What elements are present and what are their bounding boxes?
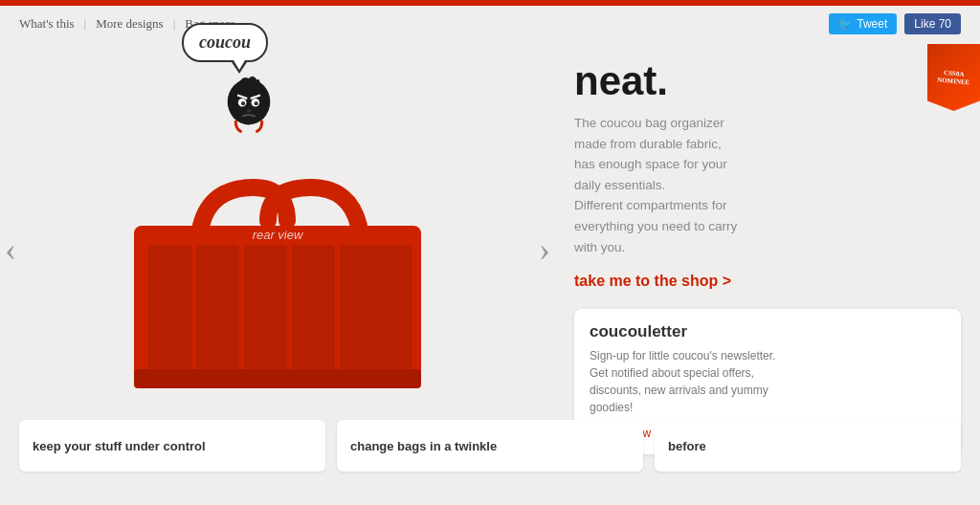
feature-card-1-text: keep your stuff under control [33, 439, 206, 453]
svg-point-7 [246, 109, 251, 112]
carousel-next-arrow[interactable]: › [539, 229, 550, 269]
feature-card-3-text: before [668, 439, 706, 453]
svg-rect-14 [191, 245, 196, 379]
like-button[interactable]: Like 70 [904, 13, 961, 34]
feature-card-2-text: change bags in a twinkle [350, 439, 497, 453]
svg-rect-15 [239, 245, 244, 379]
svg-point-5 [241, 101, 245, 105]
svg-point-0 [228, 78, 271, 124]
svg-rect-16 [287, 245, 292, 379]
tweet-label: Tweet [857, 17, 887, 31]
description: The coucou bag organizer made from durab… [574, 113, 961, 257]
social-buttons: 🐦 Tweet Like 70 [829, 13, 961, 34]
rear-view-label: rear view [253, 275, 303, 291]
shop-link[interactable]: take me to the shop > [574, 273, 961, 290]
award-badge: CSS0A NOMINEE [927, 44, 980, 111]
svg-rect-12 [292, 245, 335, 379]
newsletter-title: coucouletter [590, 322, 946, 341]
speech-bubble: coucou [182, 23, 268, 62]
tweet-button[interactable]: 🐦 Tweet [829, 13, 897, 34]
character-illustration: coucou [96, 23, 249, 147]
right-panel: neat. The coucou bag organizer made from… [555, 42, 980, 417]
svg-rect-11 [244, 245, 287, 379]
twitter-icon: 🐦 [838, 17, 853, 31]
svg-rect-10 [196, 245, 239, 379]
like-label: Like 70 [914, 17, 951, 31]
nav-sep-1: | [84, 16, 87, 32]
svg-point-6 [255, 101, 258, 105]
nav-whats-this[interactable]: What's this [19, 16, 75, 32]
svg-rect-13 [340, 245, 412, 379]
bottom-feature-cards: keep your stuff under control change bag… [0, 417, 980, 474]
headline: neat. [574, 61, 961, 101]
carousel: coucou [0, 42, 555, 417]
feature-card-1: keep your stuff under control [19, 420, 325, 472]
bag-image: rear view [77, 168, 479, 398]
feature-card-3: before [655, 420, 961, 472]
feature-card-2: change bags in a twinkle [337, 420, 643, 472]
newsletter-text: Sign-up for little coucou's newsletter. … [590, 347, 946, 416]
svg-rect-17 [335, 245, 340, 379]
character-head [220, 76, 278, 133]
carousel-prev-arrow[interactable]: ‹ [5, 229, 16, 269]
main-content: coucou [0, 42, 980, 417]
svg-rect-9 [148, 245, 191, 379]
svg-rect-18 [134, 369, 421, 388]
award-text-bottom: NOMINEE [937, 77, 970, 87]
